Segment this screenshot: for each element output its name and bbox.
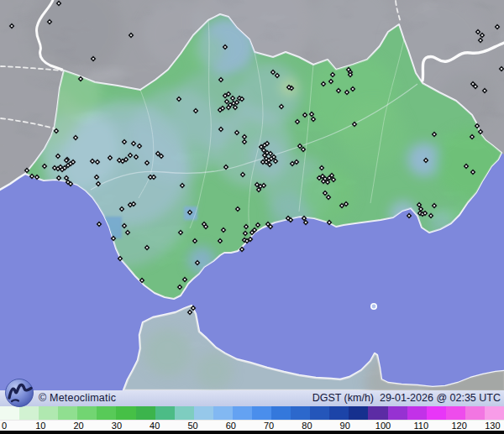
scale-tick-label: 100 bbox=[375, 421, 391, 431]
scale-band bbox=[213, 406, 233, 420]
copyright-text: © Meteoclimatic bbox=[39, 392, 116, 404]
scale-tick-label: 80 bbox=[302, 421, 312, 431]
scale-tick-label: 60 bbox=[226, 421, 236, 431]
variable-and-timestamp: DGST (km/h) 29-01-2026 @ 02:35 UTC bbox=[312, 392, 501, 404]
scale-tick-label: 40 bbox=[150, 421, 160, 431]
scale-tick-label: 50 bbox=[187, 421, 197, 431]
meteoclimatic-map-panel: © Meteoclimatic DGST (km/h) 29-01-2026 @… bbox=[0, 0, 504, 434]
scale-band bbox=[271, 406, 291, 420]
scale-band bbox=[116, 406, 135, 420]
scale-band bbox=[485, 406, 504, 420]
scale-tick-label: 130 bbox=[485, 421, 500, 431]
scale-tick-label: 30 bbox=[112, 421, 122, 431]
scale-band bbox=[465, 406, 485, 420]
scale-band bbox=[39, 406, 58, 420]
attribution-bar: © Meteoclimatic DGST (km/h) 29-01-2026 @… bbox=[0, 390, 504, 406]
weather-map bbox=[0, 0, 504, 390]
scale-band bbox=[446, 406, 465, 420]
scale-band bbox=[388, 406, 407, 420]
color-scale-bar bbox=[0, 406, 504, 420]
scale-band bbox=[136, 406, 155, 420]
scale-band bbox=[407, 406, 427, 420]
scale-tick-label: 120 bbox=[451, 421, 466, 431]
scale-band bbox=[368, 406, 387, 420]
timestamp-label: 29-01-2026 @ 02:35 UTC bbox=[380, 392, 501, 404]
scale-band bbox=[310, 406, 329, 420]
bottom-border-strip bbox=[0, 431, 504, 434]
scale-tick-label: 90 bbox=[340, 421, 350, 431]
variable-label: DGST (km/h) bbox=[312, 392, 374, 404]
scale-band bbox=[233, 406, 252, 420]
scale-band bbox=[329, 406, 349, 420]
sea-buoy-marker bbox=[371, 304, 376, 309]
scale-band bbox=[427, 406, 446, 420]
scale-tick-label: 70 bbox=[264, 421, 274, 431]
scale-band bbox=[252, 406, 271, 420]
color-scale-ticks: 0102030405060708090100110120130 bbox=[0, 420, 504, 431]
scale-band bbox=[58, 406, 77, 420]
scale-band bbox=[291, 406, 310, 420]
scale-tick-label: 0 bbox=[2, 421, 7, 431]
scale-tick-label: 10 bbox=[35, 421, 45, 431]
meteoclimatic-logo bbox=[3, 377, 36, 409]
scale-band bbox=[77, 406, 97, 420]
scale-tick-label: 110 bbox=[414, 421, 429, 431]
scale-tick-label: 20 bbox=[73, 421, 83, 431]
scale-band bbox=[349, 406, 368, 420]
scale-band bbox=[175, 406, 194, 420]
scale-band bbox=[97, 406, 116, 420]
scale-band bbox=[155, 406, 175, 420]
scale-band bbox=[194, 406, 213, 420]
spacer bbox=[374, 392, 380, 404]
